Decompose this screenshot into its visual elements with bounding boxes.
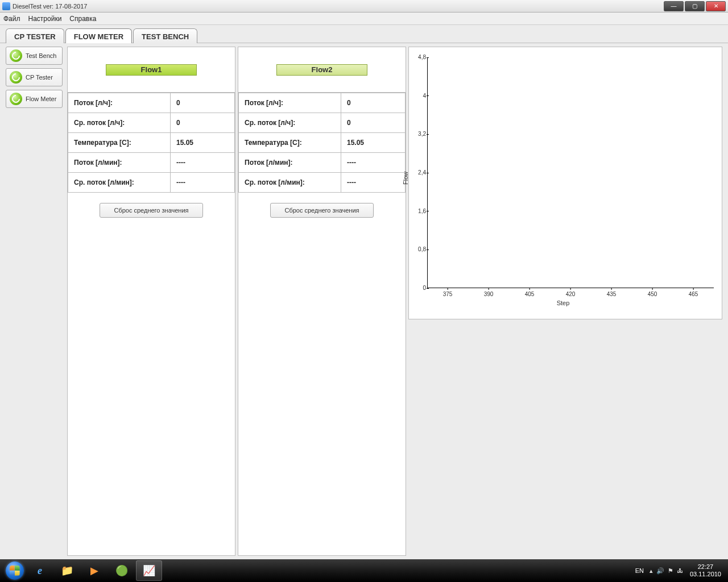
chart-icon: 📈 — [143, 564, 155, 577]
power-icon — [10, 71, 22, 84]
tab-test-bench[interactable]: TEST BENCH — [133, 28, 197, 43]
flow2-avg-flow-lmin: ---- — [341, 173, 406, 193]
chrome-icon: 🟢 — [115, 564, 128, 577]
window-title: DieselTest ver: 17-08-2017 — [13, 3, 87, 10]
main-tabs: CP TESTER FLOW METER TEST BENCH — [0, 25, 728, 43]
minimize-button[interactable]: — — [664, 1, 684, 11]
tray-network-icon[interactable]: 🖧 — [677, 567, 683, 574]
chart-y-label: Flow — [402, 172, 409, 185]
sidebar-cp-tester[interactable]: CP Tester — [6, 68, 63, 86]
taskbar-clock[interactable]: 22:27 03.11.2010 — [686, 563, 725, 578]
close-button[interactable]: ✕ — [706, 1, 726, 11]
taskbar: e 📁 ▶ 🟢 📈 EN ▴ 🔊 ⚑ 🖧 22:27 03.11.2010 — [0, 559, 728, 582]
taskbar-ie-icon[interactable]: e — [27, 560, 53, 581]
taskbar-dieseltest-icon[interactable]: 📈 — [136, 560, 162, 581]
chart-y-tick: 4,8 — [412, 54, 426, 60]
label-temp: Температура [C]: — [68, 133, 171, 153]
sidebar-test-bench[interactable]: Test Bench — [6, 47, 63, 65]
label-avg-flow-lh: Ср. поток [л/ч]: — [68, 113, 171, 133]
menu-bar: Файл Настройки Справка — [0, 13, 728, 25]
label-flow-lh: Поток [л/ч]: — [239, 93, 341, 113]
label-avg-flow-lmin: Ср. поток [л/мин]: — [68, 173, 171, 193]
tray-flag-icon[interactable]: ⚑ — [668, 567, 673, 575]
sidebar-item-label: CP Tester — [26, 74, 53, 81]
flow1-avg-flow-lmin: ---- — [171, 173, 235, 193]
chart-x-tick: 450 — [648, 291, 657, 297]
taskbar-explorer-icon[interactable]: 📁 — [54, 560, 80, 581]
taskbar-media-icon[interactable]: ▶ — [81, 560, 107, 581]
content-area: Test Bench CP Tester Flow Meter Flow1 По… — [0, 43, 728, 559]
tab-flow-meter[interactable]: FLOW METER — [65, 28, 132, 43]
folder-icon: 📁 — [61, 564, 73, 577]
power-icon — [10, 93, 22, 105]
tab-cp-tester[interactable]: CP TESTER — [6, 28, 64, 43]
flow1-avg-flow-lh: 0 — [171, 113, 235, 133]
taskbar-language[interactable]: EN — [633, 567, 646, 574]
flow1-reset-button[interactable]: Сброс среднего значения — [100, 203, 202, 218]
label-avg-flow-lh: Ср. поток [л/ч]: — [239, 113, 341, 133]
flow2-panel: Flow2 Поток [л/ч]:0 Ср. поток [л/ч]:0 Те… — [238, 47, 406, 556]
flow1-title: Flow1 — [106, 64, 197, 76]
maximize-button[interactable]: ▢ — [685, 1, 705, 11]
flow2-title: Flow2 — [276, 64, 367, 76]
tray-chevron-up-icon[interactable]: ▴ — [650, 567, 653, 575]
flow2-flow-lmin: ---- — [341, 153, 406, 173]
chart-x-label: Step — [557, 300, 570, 306]
flow1-temp: 15.05 — [171, 133, 235, 153]
windows-orb-icon — [6, 562, 24, 580]
label-avg-flow-lmin: Ср. поток [л/мин]: — [239, 173, 341, 193]
menu-file[interactable]: Файл — [3, 15, 20, 23]
label-flow-lmin: Поток [л/мин]: — [68, 153, 171, 173]
app-icon — [2, 2, 10, 10]
sidebar-item-label: Test Bench — [26, 52, 56, 59]
taskbar-chrome-icon[interactable]: 🟢 — [109, 560, 135, 581]
flow2-avg-flow-lh: 0 — [341, 113, 406, 133]
power-icon — [10, 49, 22, 62]
ie-icon: e — [38, 565, 42, 577]
chart-y-tick: 1,6 — [412, 208, 426, 214]
chart-x-tick: 420 — [566, 291, 576, 297]
tray-volume-icon[interactable]: 🔊 — [656, 567, 664, 575]
label-flow-lmin: Поток [л/мин]: — [239, 153, 341, 173]
flow1-flow-lmin: ---- — [171, 153, 235, 173]
play-icon: ▶ — [90, 564, 98, 577]
taskbar-time: 22:27 — [690, 563, 721, 571]
label-temp: Температура [C]: — [239, 133, 341, 153]
sidebar: Test Bench CP Tester Flow Meter — [6, 47, 63, 556]
flow1-panel: Flow1 Поток [л/ч]:0 Ср. поток [л/ч]:0 Те… — [67, 47, 235, 556]
chart-x-tick: 390 — [484, 291, 494, 297]
flow2-table: Поток [л/ч]:0 Ср. поток [л/ч]:0 Температ… — [238, 93, 406, 193]
chart-x-tick: 435 — [607, 291, 617, 297]
chart-y-tick: 4 — [412, 93, 426, 99]
flow-chart: Flow Step 00,81,62,43,244,83753904054204… — [408, 47, 722, 319]
flow1-flow-lh: 0 — [171, 93, 235, 113]
flow1-table: Поток [л/ч]:0 Ср. поток [л/ч]:0 Температ… — [68, 93, 235, 193]
flow2-flow-lh: 0 — [341, 93, 406, 113]
chart-x-tick: 405 — [525, 291, 535, 297]
window-titlebar: DieselTest ver: 17-08-2017 — ▢ ✕ — [0, 0, 728, 13]
chart-x-tick: 465 — [689, 291, 698, 297]
sidebar-item-label: Flow Meter — [26, 95, 56, 102]
chart-y-tick: 3,2 — [412, 131, 426, 137]
label-flow-lh: Поток [л/ч]: — [68, 93, 171, 113]
flow2-reset-button[interactable]: Сброс среднего значения — [270, 203, 373, 218]
chart-y-tick: 0,8 — [412, 246, 426, 252]
menu-help[interactable]: Справка — [69, 15, 96, 23]
chart-y-tick: 2,4 — [412, 169, 426, 176]
menu-settings[interactable]: Настройки — [28, 15, 62, 23]
start-button[interactable] — [3, 559, 26, 582]
chart-y-tick: 0 — [412, 285, 426, 291]
taskbar-date: 03.11.2010 — [690, 571, 721, 578]
sidebar-flow-meter[interactable]: Flow Meter — [6, 90, 63, 108]
chart-x-tick: 375 — [443, 291, 453, 297]
flow2-temp: 15.05 — [341, 133, 406, 153]
